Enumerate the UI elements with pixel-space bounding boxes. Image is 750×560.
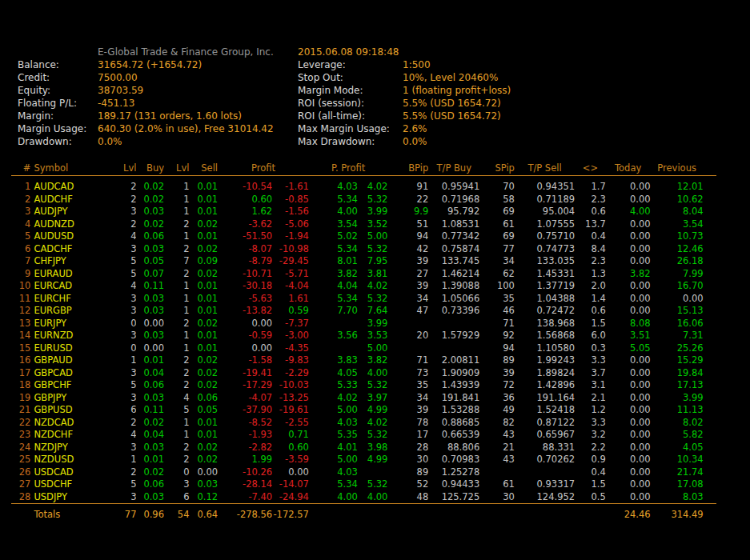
lvl-buy: 4 bbox=[120, 230, 136, 243]
spip: 77 bbox=[479, 243, 515, 256]
sell-lots: 0.01 bbox=[190, 429, 219, 442]
row-number: 28 bbox=[11, 491, 30, 504]
spread: 0.5 bbox=[575, 491, 606, 504]
info-label: Credit: bbox=[18, 71, 50, 84]
lvl-buy: 0 bbox=[120, 342, 136, 355]
tp-buy: 125.725 bbox=[428, 491, 479, 504]
info-value: 1:500 bbox=[403, 58, 431, 71]
tp-buy: 1.05066 bbox=[428, 293, 479, 306]
lvl-buy: 0 bbox=[120, 318, 136, 330]
row-number: 17 bbox=[11, 367, 30, 380]
previous: 10.34 bbox=[651, 454, 704, 466]
lvl-sell: 2 bbox=[164, 379, 190, 392]
symbol: EURAUD bbox=[30, 268, 120, 281]
previous: 11.13 bbox=[651, 404, 704, 417]
symbol: USDCAD bbox=[30, 466, 120, 479]
filler-cell bbox=[704, 404, 716, 417]
lvl-buy: 2 bbox=[120, 181, 136, 194]
pprofit-sell: 3.99 bbox=[358, 206, 388, 218]
pprofit-sell: 5.32 bbox=[358, 429, 388, 442]
column-header-t-p-buy: T/P Buy bbox=[428, 162, 479, 176]
spip: 36 bbox=[479, 392, 515, 405]
bpip: 89 bbox=[387, 466, 428, 479]
symbol: USDJPY bbox=[30, 491, 120, 504]
totals-lvl-sell: 54 bbox=[164, 504, 190, 522]
buy-lots: 0.02 bbox=[136, 218, 164, 231]
pprofit-sell: 4.00 bbox=[358, 367, 388, 380]
symbol: USDCHF bbox=[30, 478, 120, 491]
position-row-nzdusd: 25NZDUSD10.0120.021.99-3.595.004.99300.7… bbox=[11, 454, 716, 466]
column-header--: # bbox=[11, 162, 30, 176]
row-number: 25 bbox=[11, 454, 30, 466]
tp-buy: 1.39088 bbox=[428, 280, 479, 293]
column-header-profit: Profit bbox=[218, 162, 309, 176]
position-row-usdjpy: 28USDJPY30.0360.12-7.40-24.944.004.00481… bbox=[11, 491, 716, 504]
pprofit-sell: 7.64 bbox=[358, 305, 388, 318]
symbol: NZDCAD bbox=[30, 417, 120, 430]
row-number: 9 bbox=[11, 268, 30, 281]
filler-cell bbox=[704, 454, 716, 466]
tp-sell: 1.10580 bbox=[515, 342, 575, 355]
profit-sell: -1.94 bbox=[272, 230, 309, 243]
row-number: 13 bbox=[11, 318, 30, 330]
filler-cell bbox=[704, 367, 716, 380]
lvl-buy: 1 bbox=[120, 354, 136, 367]
lvl-sell: 1 bbox=[164, 181, 190, 194]
today: 0.00 bbox=[606, 230, 651, 243]
filler-cell bbox=[704, 354, 716, 367]
previous: 12.46 bbox=[651, 243, 704, 256]
filler-cell bbox=[704, 230, 716, 243]
filler-cell bbox=[704, 392, 716, 405]
column-header-filler bbox=[704, 162, 716, 176]
totals-spread bbox=[575, 504, 606, 522]
symbol: EURJPY bbox=[30, 318, 120, 330]
today: 0.00 bbox=[606, 194, 651, 206]
today: 0.00 bbox=[606, 454, 651, 466]
filler-cell bbox=[704, 206, 716, 218]
totals-tp-sell bbox=[515, 504, 575, 522]
info-row: Credit:7500.00Stop Out:10%, Level 20460% bbox=[18, 71, 738, 84]
pprofit-buy bbox=[309, 342, 358, 355]
pprofit-buy: 5.02 bbox=[309, 230, 358, 243]
column-header-t-p-sell: T/P Sell bbox=[515, 162, 575, 176]
previous: 8.04 bbox=[651, 206, 704, 218]
previous: 10.73 bbox=[651, 230, 704, 243]
position-row-audusd: 5AUDUSD40.0610.01-51.50-1.945.025.00940.… bbox=[11, 230, 716, 243]
sell-lots: 0.02 bbox=[190, 218, 219, 231]
lvl-buy: 5 bbox=[120, 268, 136, 281]
spip: 100 bbox=[479, 280, 515, 293]
tp-buy bbox=[428, 342, 479, 355]
profit-sell: -10.03 bbox=[272, 379, 309, 392]
profit-sell: -24.94 bbox=[272, 491, 309, 504]
today: 8.08 bbox=[606, 318, 651, 330]
position-row-nzdcad: 22NZDCAD20.0210.01-8.52-2.554.034.02780.… bbox=[11, 417, 716, 430]
position-row-nzdchf: 23NZDCHF40.0410.01-1.930.715.355.32170.6… bbox=[11, 429, 716, 442]
bpip bbox=[387, 342, 428, 355]
tp-buy: 0.70983 bbox=[428, 454, 479, 466]
lvl-buy: 5 bbox=[120, 478, 136, 491]
pprofit-sell: 7.95 bbox=[358, 255, 388, 268]
lvl-buy: 2 bbox=[120, 218, 136, 231]
pprofit-buy: 3.54 bbox=[309, 218, 358, 231]
spip: 92 bbox=[479, 330, 515, 342]
server-datetime: 2015.06.08 09:18:48 bbox=[298, 46, 399, 58]
sell-lots: 0.02 bbox=[190, 243, 219, 256]
profit-buy: 1.62 bbox=[218, 206, 272, 218]
spip: 35 bbox=[479, 293, 515, 306]
today: 0.00 bbox=[606, 379, 651, 392]
position-row-eurchf: 11EURCHF30.0310.01-5.631.615.345.32341.0… bbox=[11, 293, 716, 306]
column-header-sell: Sell bbox=[190, 162, 219, 176]
tp-buy: 1.57929 bbox=[428, 330, 479, 342]
position-row-gbpaud: 16GBPAUD10.0120.02-1.58-9.833.833.82712.… bbox=[11, 354, 716, 367]
row-number: 10 bbox=[11, 280, 30, 293]
previous: 17.08 bbox=[651, 478, 704, 491]
symbol: EURCHF bbox=[30, 293, 120, 306]
row-number: 11 bbox=[11, 293, 30, 306]
column-header-lvl: Lvl bbox=[120, 162, 136, 176]
buy-lots: 0.03 bbox=[136, 243, 164, 256]
today: 0.00 bbox=[606, 181, 651, 194]
pprofit-sell: 3.97 bbox=[358, 392, 388, 405]
lvl-buy: 5 bbox=[120, 255, 136, 268]
spip: 82 bbox=[479, 417, 515, 430]
buy-lots: 0.01 bbox=[136, 454, 164, 466]
